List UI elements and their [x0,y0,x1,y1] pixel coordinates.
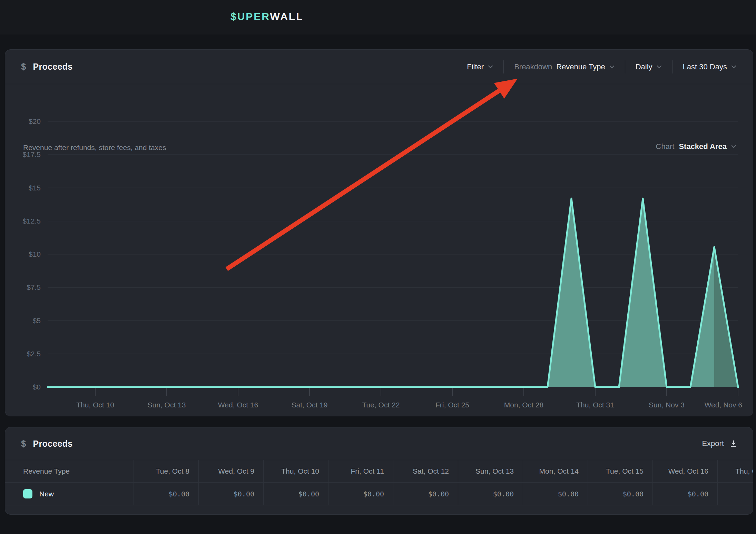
table-cell-value: $0.00 [393,482,458,505]
top-navigation-bar: $UPERWALL [0,0,756,34]
dollar-icon: $ [21,438,26,449]
table-cell-value: $0.00 [588,482,652,505]
page-title: Proceeds [33,62,72,72]
logo-wall-part: WALL [270,11,304,22]
control-prefix-label: Breakdown [514,62,552,71]
table-header-revenue-type: Revenue Type [5,460,134,482]
table-cell-value: $0.00 [328,482,393,505]
table-header-date: Sun, Oct 13 [458,460,523,482]
table-cell-value: $0.00 [717,482,753,505]
table-header-date: Wed, Oct 16 [652,460,717,482]
chart-type-dropdown[interactable]: Chart Stacked Area [656,142,736,151]
superwall-logo[interactable]: $UPERWALL [230,11,303,22]
proceeds-chart-panel: $ Proceeds FilterBreakdownRevenue TypeDa… [5,49,753,416]
table-panel-header: $ Proceeds Export [5,427,753,460]
vertical-divider [672,60,672,73]
dollar-icon: $ [21,61,26,72]
export-label: Export [702,439,724,448]
control-value: Last 30 Days [683,62,727,71]
table-cell-value: $0.00 [458,482,523,505]
row-name: New [39,490,54,498]
table-cell-value: $0.00 [652,482,717,505]
table-row-label: New [5,482,134,505]
legend-swatch-new [23,489,32,498]
table-cell-value: $0.00 [134,482,198,505]
table-header-date: Thu, Oct 17 [717,460,753,482]
table-title: Proceeds [33,439,72,449]
vertical-divider [503,60,504,73]
control-breakdown[interactable]: BreakdownRevenue Type [514,62,615,71]
chart-subheader: Revenue after refunds, store fees, and t… [5,139,753,159]
proceeds-table-panel: $ Proceeds Export Revenue TypeTue, Oct 8… [5,427,753,515]
control-value: Revenue Type [556,62,605,71]
table-header-date: Sat, Oct 12 [393,460,458,482]
control-value: Filter [467,62,484,71]
chart-type-value: Stacked Area [679,142,727,151]
chart-header-controls: FilterBreakdownRevenue TypeDailyLast 30 … [467,50,736,84]
table-header-date: Tue, Oct 15 [588,460,652,482]
export-button[interactable]: Export [702,427,738,460]
table-cell-value: $0.00 [263,482,328,505]
table-header-date: Tue, Oct 8 [134,460,198,482]
table-header-date: Wed, Oct 9 [198,460,263,482]
table-cell-value: $0.00 [198,482,263,505]
proceeds-data-table: Revenue TypeTue, Oct 8Wed, Oct 9Thu, Oct… [5,460,753,505]
table-header-date: Mon, Oct 14 [523,460,588,482]
control-granularity[interactable]: Daily [636,62,662,71]
control-date-range[interactable]: Last 30 Days [683,62,736,71]
chevron-down-icon [657,65,662,69]
chevron-down-icon [731,145,736,148]
logo-dollar-part: $UPER [230,11,270,22]
chevron-down-icon [609,65,615,69]
chart-type-label: Chart [656,142,675,151]
table-header-date: Fri, Oct 11 [328,460,393,482]
chart-subtitle: Revenue after refunds, store fees, and t… [23,144,166,152]
vertical-divider [625,60,625,73]
chevron-down-icon [731,65,736,69]
control-filter[interactable]: Filter [467,62,493,71]
table-cell-value: $0.00 [523,482,588,505]
chart-panel-header: $ Proceeds FilterBreakdownRevenue TypeDa… [5,50,753,84]
download-icon [729,439,738,448]
control-value: Daily [636,62,652,71]
chevron-down-icon [488,65,493,69]
table-header-date: Thu, Oct 10 [263,460,328,482]
